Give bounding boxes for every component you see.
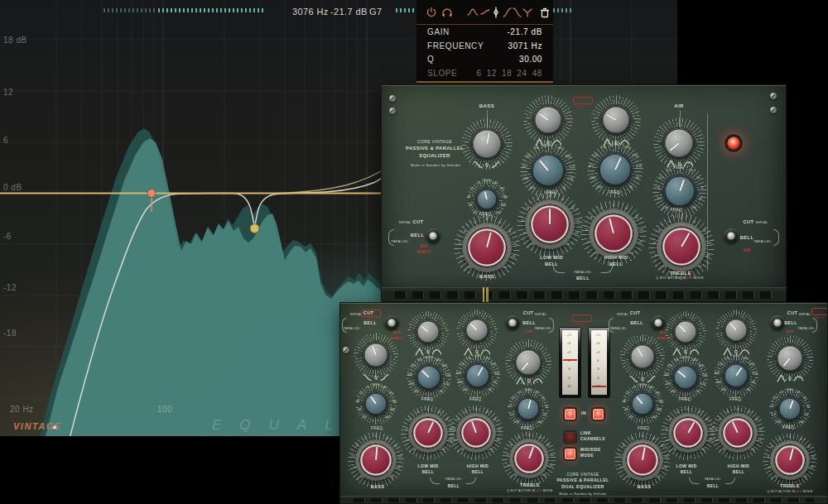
ch1-lowmid-q-knob[interactable] (416, 320, 440, 343)
knob-scale-label: 73 (633, 386, 636, 390)
shelf-curve-icon (474, 161, 483, 169)
highmid-freq-knob[interactable] (599, 153, 632, 186)
slope-option[interactable]: 24 (517, 67, 527, 81)
lowmid-gain-knob[interactable] (530, 204, 570, 244)
knob-pointer (421, 325, 429, 333)
knob-scale-label: 360 (390, 409, 395, 412)
knob-scale-label: 1.5k (700, 383, 706, 386)
knob-scale-label: 8k (629, 186, 633, 190)
headphones-icon[interactable] (441, 7, 453, 18)
knob-scale-label: +13 (705, 255, 710, 258)
knob-scale-label: 0 (789, 436, 791, 439)
knob-scale-label: +11 (758, 429, 763, 432)
lowmid-freq-knob[interactable] (532, 154, 565, 187)
knob-scale-label: +11 (549, 454, 554, 458)
expand-arrow-icon[interactable]: ▲ (51, 423, 58, 430)
highmid-q-knob[interactable] (602, 106, 630, 134)
slope-option[interactable]: 12 (487, 67, 497, 81)
tilt-filter-icon[interactable] (522, 7, 533, 18)
param-value[interactable]: -21.7 dB (507, 26, 542, 40)
ch1-bass-gain-knob[interactable] (359, 444, 392, 477)
lowmid-q-knob[interactable] (534, 106, 562, 134)
param-value[interactable]: 3071 Hz (508, 40, 542, 54)
bass-mode-toggle[interactable] (426, 228, 440, 243)
slope-option[interactable]: 48 (532, 67, 542, 81)
ch1-lowmid-gain-knob[interactable] (412, 417, 444, 449)
toggle-label: SERIAL (799, 314, 811, 316)
knob-scale-label: +8 (493, 419, 496, 422)
knob-scale-label: -11 (404, 429, 408, 432)
ch1-highmid-gain-knob[interactable] (460, 417, 492, 449)
bass-freq-knob[interactable] (476, 189, 498, 210)
high-cut-filter-icon[interactable] (511, 7, 522, 18)
ch1-treble-gain-knob[interactable] (513, 443, 545, 474)
delete-band-icon[interactable] (539, 7, 551, 18)
rack-vent-strip (340, 496, 827, 504)
eq-point-notch[interactable] (250, 224, 259, 233)
ch2-bass-q-knob[interactable] (630, 344, 655, 369)
link-channels-button[interactable] (565, 432, 575, 443)
ch1-highmid-freq-knob[interactable] (465, 363, 490, 388)
knob-scale-label: +16 (802, 476, 806, 479)
power-icon[interactable] (426, 7, 437, 18)
ch2-bass-mode-toggle[interactable] (651, 315, 666, 330)
bass-q-knob[interactable] (472, 129, 502, 159)
ch1-bass-q-knob[interactable] (363, 343, 388, 367)
knob-scale-label: -11 (618, 456, 622, 459)
treble-freq-knob[interactable] (664, 175, 696, 207)
bass-gain-knob[interactable] (467, 228, 507, 267)
ch2-bass-gain-knob[interactable] (626, 444, 659, 477)
knob-scale-label: -13 (522, 233, 526, 236)
midside-mode-button[interactable] (565, 449, 575, 459)
label-part: Q NOT ACTIVE IN (656, 276, 686, 280)
ch1-treble-freq-knob[interactable] (517, 397, 540, 420)
knob-scale-label: +8 (445, 419, 448, 422)
eq-point-selected[interactable] (147, 190, 156, 198)
ch2-treble-gain-knob[interactable] (774, 444, 806, 476)
ch2-in-button[interactable] (593, 409, 604, 420)
ch2-treble-freq-knob[interactable] (778, 397, 802, 420)
ch2-lowmid-q-knob[interactable] (674, 320, 697, 343)
air-q-knob[interactable] (664, 128, 694, 158)
bell-filter-icon[interactable] (467, 7, 479, 18)
knob-scale-label: 2.5k (484, 358, 490, 361)
ch2-highmid-gain-knob[interactable] (722, 417, 753, 449)
ch2-treble-mode-toggle[interactable] (770, 315, 785, 330)
ch1-in-button[interactable] (565, 409, 575, 420)
ch2-air-q-knob[interactable] (777, 345, 803, 372)
ch1-bass-mode-toggle[interactable] (384, 315, 399, 330)
slope-option[interactable]: 6 (477, 67, 482, 81)
treble-mode-toggle[interactable] (724, 228, 739, 243)
knob-scale-label: 52 (470, 188, 474, 191)
screw-icon (389, 95, 396, 102)
param-value[interactable]: 30.00 (519, 53, 542, 67)
ch2-bass-freq-knob[interactable] (631, 392, 654, 415)
notch-filter-icon[interactable] (490, 7, 502, 18)
knob-scale-label: -5 (599, 208, 602, 211)
toggle-lever (777, 324, 779, 330)
ch2-highmid-q-knob[interactable] (724, 319, 748, 342)
equalizer-watermark: EQUAL (212, 417, 351, 434)
knob-scale-label: 500 (385, 416, 390, 420)
highmid-gain-knob[interactable] (594, 214, 633, 253)
label-part: AIR (537, 489, 542, 492)
knob-scale-label: 400 Hz (424, 357, 433, 360)
knob-scale-label: 660 (458, 382, 463, 385)
slope-option[interactable]: 18 (502, 67, 512, 81)
ch1-highmid-q-knob[interactable] (465, 319, 489, 342)
ch1-treble-mode-toggle[interactable] (505, 315, 520, 330)
high-shelf-filter-icon[interactable] (479, 7, 491, 18)
ch1-bass-freq-knob[interactable] (364, 392, 388, 415)
knob-pointer (670, 142, 680, 151)
db-axis-label: 0 dB (3, 183, 22, 192)
ch2-highmid-freq-knob[interactable] (724, 363, 749, 388)
knob-scale-label: +5 (747, 411, 750, 415)
treble-gain-knob[interactable] (662, 227, 701, 266)
ch2-lowmid-gain-knob[interactable] (672, 417, 704, 449)
ch1-air-q-knob[interactable] (515, 349, 542, 376)
label-part: Q NOT ACTIVE IN (767, 490, 796, 493)
ch1-lowmid-freq-knob[interactable] (416, 365, 441, 390)
ch2-lowmid-freq-knob[interactable] (673, 365, 698, 390)
knob-scale-label: 6 kHz (676, 167, 683, 170)
brand-script-logo (572, 314, 592, 322)
